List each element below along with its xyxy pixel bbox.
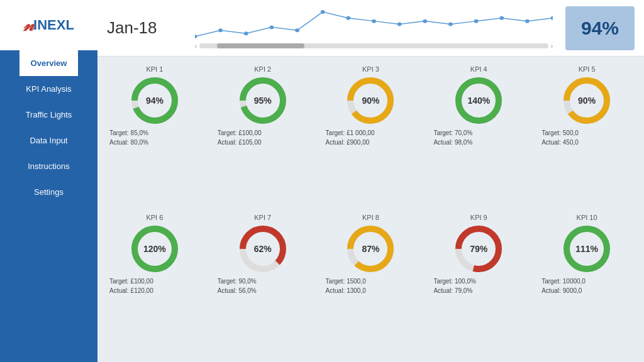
kpi-stats-4: Target:70,0%Actual:98,0% — [427, 128, 530, 147]
svg-point-13 — [525, 19, 530, 23]
logo-icon: 𝓃 — [23, 15, 33, 36]
kpi-cell-7: KPI 762%Target:90,0%Actual:56,0% — [209, 211, 317, 359]
scrollbar-track[interactable] — [199, 43, 548, 48]
kpi-value-1: 94% — [146, 96, 164, 106]
donut-6: 120% — [130, 224, 180, 274]
scrollbar-thumb[interactable] — [217, 43, 304, 48]
donut-8: 87% — [345, 224, 396, 274]
kpi-value-7: 62% — [254, 244, 272, 254]
kpi-title-8: KPI 8 — [362, 214, 379, 221]
sidebar-item-overview[interactable]: Overview — [19, 50, 79, 76]
svg-point-14 — [551, 16, 553, 19]
scroll-left-icon[interactable]: ‹ — [195, 43, 197, 50]
main-content: Jan-18 ‹ › 94% KPI 194%Target:85,0%Actua… — [97, 0, 644, 362]
kpi-title-3: KPI 3 — [362, 65, 379, 73]
kpi-value-8: 87% — [362, 244, 379, 254]
chart-area: ‹ › — [189, 7, 559, 50]
svg-point-5 — [321, 10, 325, 14]
kpi-stats-9: Target:100,0%Actual:79,0% — [427, 277, 530, 295]
donut-2: 95% — [238, 75, 288, 126]
kpi-stats-7: Target:90,0%Actual:56,0% — [211, 277, 314, 295]
donut-3: 90% — [345, 75, 396, 126]
kpi-title-9: KPI 9 — [470, 214, 487, 221]
kpi-title-5: KPI 5 — [579, 65, 596, 73]
kpi-cell-4: KPI 4140%Target:70,0%Actual:98,0% — [425, 63, 533, 211]
kpi-value-6: 120% — [143, 244, 166, 254]
line-chart — [195, 7, 553, 41]
svg-point-10 — [448, 22, 453, 26]
svg-point-0 — [195, 35, 197, 38]
kpi-value-10: 111% — [575, 244, 598, 254]
kpi-title-2: KPI 2 — [254, 65, 271, 73]
sidebar: 𝓃 INEXL OverviewKPI AnalysisTraffic Ligh… — [0, 0, 97, 362]
kpi-title-1: KPI 1 — [146, 65, 163, 73]
sidebar-item-instructions[interactable]: Instructions — [19, 153, 79, 179]
scrollbar[interactable]: ‹ › — [195, 43, 553, 50]
donut-5: 90% — [562, 75, 612, 126]
svg-point-7 — [372, 19, 376, 23]
kpi-cell-6: KPI 6120%Target:£100,00Actual:£120,00 — [101, 211, 209, 359]
sidebar-item-traffic-lights[interactable]: Traffic Lights — [19, 102, 79, 128]
kpi-cell-8: KPI 887%Target:1500,0Actual:1300,0 — [317, 211, 425, 359]
sidebar-item-settings[interactable]: Settings — [19, 179, 79, 205]
donut-9: 79% — [453, 224, 504, 274]
donut-10: 111% — [562, 224, 612, 274]
kpi-cell-10: KPI 10111%Target:10000,0Actual:9000,0 — [533, 211, 641, 359]
kpi-cell-1: KPI 194%Target:85,0%Actual:80,0% — [101, 63, 209, 211]
kpi-stats-8: Target:1500,0Actual:1300,0 — [319, 277, 423, 295]
kpi-stats-2: Target:£100,00Actual:£105,00 — [211, 128, 314, 147]
kpi-cell-3: KPI 390%Target:£1 000,00Actual:£900,00 — [317, 63, 425, 211]
svg-point-8 — [397, 22, 402, 26]
svg-point-12 — [499, 16, 504, 19]
kpi-stats-5: Target:500,0Actual:450,0 — [535, 128, 638, 147]
kpi-stats-6: Target:£100,00Actual:£120,00 — [103, 277, 206, 295]
svg-point-1 — [218, 28, 223, 32]
logo: 𝓃 INEXL — [0, 0, 97, 50]
kpi-cell-9: KPI 979%Target:100,0%Actual:79,0% — [425, 211, 533, 359]
percent-badge: 94% — [565, 6, 635, 50]
sidebar-item-data-input[interactable]: Data Input — [19, 128, 79, 153]
nav-menu: OverviewKPI AnalysisTraffic LightsData I… — [19, 50, 79, 205]
kpi-title-6: KPI 6 — [146, 214, 163, 221]
kpi-stats-1: Target:85,0%Actual:80,0% — [103, 128, 206, 147]
donut-1: 94% — [130, 75, 180, 126]
sidebar-item-kpi-analysis[interactable]: KPI Analysis — [19, 76, 79, 102]
kpi-cell-2: KPI 295%Target:£100,00Actual:£105,00 — [209, 63, 317, 211]
kpi-title-4: KPI 4 — [470, 65, 487, 73]
page-title: Jan-18 — [107, 18, 182, 38]
svg-point-3 — [270, 25, 274, 29]
kpi-value-4: 140% — [467, 96, 490, 106]
kpi-value-9: 79% — [470, 244, 487, 254]
svg-point-6 — [346, 16, 350, 19]
kpi-value-5: 90% — [578, 96, 596, 106]
svg-point-4 — [295, 28, 299, 32]
donut-7: 62% — [238, 224, 288, 274]
kpi-value-3: 90% — [362, 96, 379, 106]
svg-point-2 — [244, 31, 248, 35]
svg-point-9 — [423, 19, 427, 23]
kpi-stats-3: Target:£1 000,00Actual:£900,00 — [319, 128, 423, 147]
scroll-right-icon[interactable]: › — [551, 43, 553, 50]
donut-4: 140% — [453, 75, 504, 126]
header: Jan-18 ‹ › 94% — [97, 0, 644, 57]
kpi-stats-10: Target:10000,0Actual:9000,0 — [535, 277, 638, 295]
logo-text: INEXL — [33, 17, 74, 33]
kpi-title-7: KPI 7 — [254, 214, 271, 221]
kpi-grid: KPI 194%Target:85,0%Actual:80,0%KPI 295%… — [97, 57, 644, 362]
kpi-value-2: 95% — [254, 96, 272, 106]
kpi-title-10: KPI 10 — [577, 214, 597, 221]
kpi-cell-5: KPI 590%Target:500,0Actual:450,0 — [533, 63, 641, 211]
svg-point-11 — [474, 19, 479, 23]
